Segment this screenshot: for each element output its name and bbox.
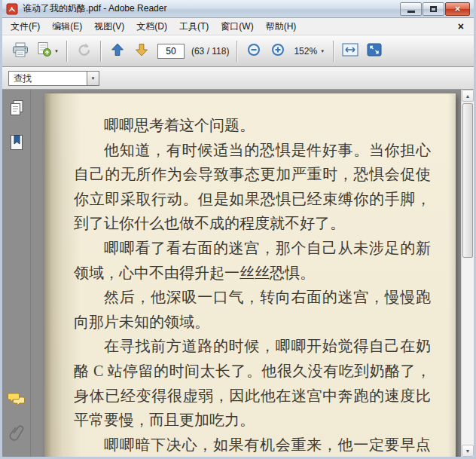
content-area: 唧唧思考着这个问题。他知道，有时候适当的恐惧是件好事。当你担心自己的无所作为会导… [2,90,474,457]
window-title: 谁动了我的奶酪.pdf - Adobe Reader [23,2,166,15]
menu-item[interactable]: 帮助(H) [260,18,303,35]
arrow-down-icon [134,42,149,60]
navigation-pane [2,90,31,457]
paperclip-icon [9,424,24,446]
minimize-icon [407,11,415,13]
previous-view-icon [75,42,92,60]
paragraph: 唧唧暗下决心，如果有机会重来，他一定要早点离开自己的安乐窝，早点适应变化。这样事… [74,433,431,457]
page-thumbnails-button[interactable] [6,99,27,120]
zoom-dropdown-icon: ▼ [320,49,325,54]
find-combo: ▼ [8,71,99,86]
page-text: 唧唧思考着这个问题。他知道，有时候适当的恐惧是件好事。当你担心自己的无所作为会导… [74,113,431,457]
full-screen-button[interactable] [363,39,386,63]
fit-width-button[interactable] [339,39,362,63]
full-screen-icon [366,42,383,60]
find-bar: ▼ [2,67,474,90]
zoom-in-icon [270,42,285,60]
arrow-up-icon [110,42,125,60]
menu-item[interactable]: 视图(V) [88,18,130,35]
toolbar-separator [333,41,334,62]
menu-item[interactable]: 文档(D) [130,18,173,35]
page-count-label: (63 / 118) [191,46,229,57]
find-input[interactable] [8,71,87,86]
paragraph: 他知道，有时候适当的恐惧是件好事。当你担心自己的无所作为会导致事态更加严重时，恐… [74,138,431,236]
next-page-button[interactable] [130,39,153,63]
upload-dropdown-icon: ▼ [54,49,59,54]
printer-icon [11,41,29,61]
print-button[interactable] [9,39,32,63]
pdf-page: 唧唧思考着这个问题。他知道，有时候适当的恐惧是件好事。当你担心自己的无所作为会导… [44,93,456,457]
zoom-in-button[interactable] [267,39,289,63]
close-button[interactable]: × [445,2,470,16]
paragraph: 在寻找前方道路的时候，唧唧开始觉得自己在奶酪 C 站停留的时间太长了。他很久没有… [74,334,431,432]
toolbar-separator [66,41,67,62]
upload-document-icon [35,41,52,60]
upload-document-button[interactable]: ▼ [33,39,61,63]
toolbar-separator [100,41,101,62]
zoom-out-icon [246,42,261,60]
paragraph: 然后，他深吸一口气，转向右面的迷宫，慢慢跑向那片未知的领域。 [74,285,431,334]
attachments-button[interactable] [6,424,27,445]
document-area[interactable]: 唧唧思考着这个问题。他知道，有时候适当的恐惧是件好事。当你担心自己的无所作为会导… [31,90,461,457]
comments-icon [7,391,26,412]
menu-item[interactable]: 文件(F) [5,18,46,35]
adobe-reader-window: 谁动了我的奶酪.pdf - Adobe Reader × 文件(F)编辑(E)视… [0,0,476,459]
vertical-scrollbar[interactable]: ▲ ▼ [461,90,474,457]
page-thumbnails-icon [8,99,26,120]
toolbar-separator [236,41,237,62]
menu-item[interactable]: 编辑(E) [46,18,88,35]
menu: 文件(F)编辑(E)视图(V)文档(D)工具(T)窗口(W)帮助(H) [5,18,302,35]
previous-page-button[interactable] [106,39,129,63]
fit-width-icon [341,42,359,60]
menu-item[interactable]: 窗口(W) [215,18,259,35]
paragraph: 唧唧思考着这个问题。 [74,113,431,138]
pdf-file-icon [6,3,18,15]
previous-view-button[interactable] [72,39,95,63]
zoom-level-combo[interactable]: 152% ▼ [290,42,328,60]
bookmarks-icon [8,133,26,155]
zoom-out-button[interactable] [243,39,265,63]
maximize-button[interactable] [423,2,444,16]
bookmarks-button[interactable] [6,133,27,155]
paragraph: 唧唧看了看右面的迷宫，那个自己从未涉足的新领域，心中不由得升起一丝丝恐惧。 [74,236,431,285]
scroll-down-button[interactable]: ▼ [462,445,474,457]
toolbar: ▼ [2,35,474,67]
menu-bar: 文件(F)编辑(E)视图(V)文档(D)工具(T)窗口(W)帮助(H) × [2,18,474,35]
scroll-up-button[interactable]: ▲ [462,90,474,102]
page-number-input[interactable] [157,44,185,59]
find-dropdown-icon: ▼ [91,76,96,81]
document-close-button[interactable]: × [450,20,471,32]
scrollbar-thumb[interactable] [462,103,473,258]
zoom-level-value: 152% [294,46,317,57]
menu-item[interactable]: 工具(T) [173,18,215,35]
comments-button[interactable] [6,391,27,412]
window-controls: × [400,2,470,16]
maximize-icon [430,6,437,12]
title-bar: 谁动了我的奶酪.pdf - Adobe Reader × [2,0,474,18]
minimize-button[interactable] [400,2,422,16]
find-dropdown-button[interactable]: ▼ [87,71,99,86]
